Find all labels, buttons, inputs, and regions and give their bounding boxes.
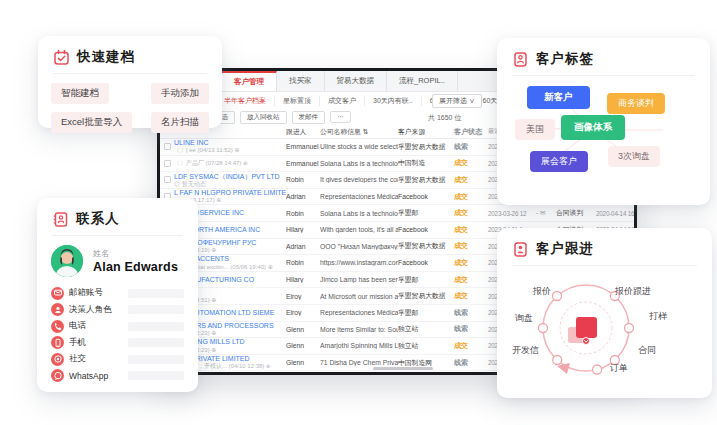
follow-up-step: 打样 bbox=[649, 310, 667, 323]
phone-icon bbox=[51, 320, 64, 333]
owner-cell: Glenn bbox=[286, 342, 320, 349]
mobile-icon bbox=[51, 336, 64, 349]
contact-field: WhatsApp bbox=[51, 368, 184, 385]
owner-cell: Robin bbox=[286, 176, 320, 183]
filter-item[interactable]: 成交客户 bbox=[319, 96, 364, 106]
horizontal-scrollbar[interactable] bbox=[373, 367, 433, 370]
source-cell: 孚盟贸易大数据 bbox=[398, 241, 454, 251]
status-badge: 成交 bbox=[454, 275, 488, 285]
name-label: 姓名 bbox=[93, 248, 178, 259]
status-badge: 线索 bbox=[454, 142, 488, 152]
contact-header: 联系人 bbox=[37, 198, 198, 235]
person-icon bbox=[51, 303, 64, 316]
contact-field-label: 决策人角色 bbox=[69, 304, 123, 316]
mail-cell: - ✉ bbox=[536, 209, 556, 217]
row-checkbox-cell bbox=[160, 143, 174, 150]
row-checkbox-cell bbox=[160, 176, 174, 183]
column-header[interactable]: 公司名称信息 ⇅ bbox=[320, 127, 398, 137]
quick-create-button[interactable]: Excel批量导入 bbox=[51, 112, 132, 133]
checkbox[interactable] bbox=[164, 160, 171, 167]
quick-create-button[interactable]: 手动添加 bbox=[151, 83, 209, 104]
company-link[interactable]: ULINE INC bbox=[174, 139, 286, 147]
contact-field: 电话 bbox=[51, 318, 184, 335]
contact-name: Alan Edwards bbox=[93, 260, 178, 274]
status-badge: 线索 bbox=[454, 324, 488, 334]
follow-up-step: 询盘 bbox=[515, 312, 533, 325]
social-icon bbox=[51, 353, 64, 366]
status-badge: 线索 bbox=[454, 308, 488, 318]
source-cell: Facebook bbox=[398, 259, 454, 266]
status-badge: 成交 bbox=[454, 241, 488, 251]
company-link[interactable]: LDF SYSMAC（INDIA）PVT LTD bbox=[174, 173, 286, 181]
expand-filter-button[interactable]: 展开筛选 ∨ bbox=[432, 94, 482, 108]
quick-create-buttons: 智能建档手动添加Excel批量导入名片扫描 bbox=[38, 74, 222, 133]
row-checkbox-cell bbox=[160, 160, 174, 167]
source-cell: 独立站 bbox=[398, 341, 454, 351]
follow-up-step: 合同 bbox=[638, 344, 656, 357]
quick-create-button-row: Excel批量导入名片扫描 bbox=[51, 112, 209, 133]
contact-field-input[interactable] bbox=[128, 322, 184, 331]
filter-item[interactable]: 30天内有联.. bbox=[364, 96, 421, 106]
customer-tags-card: 客户标签 新客户商务谈判美国画像体系展会客户3次询盘 bbox=[497, 38, 710, 205]
tab-active[interactable]: 客户管理 bbox=[222, 71, 277, 91]
contact-field: 邮箱账号 bbox=[51, 285, 184, 302]
status-badge: 成交 bbox=[454, 291, 488, 301]
tab-item[interactable]: 贸易大数据 bbox=[325, 71, 388, 91]
owner-cell: Elroy bbox=[286, 293, 320, 300]
contact-identity: 姓名 Alan Edwards bbox=[37, 236, 198, 282]
description-cell: Solana Labs is a technology co... bbox=[320, 160, 398, 167]
follow-up-step: 开发信 bbox=[512, 344, 539, 357]
owner-cell: Hilary bbox=[286, 276, 320, 283]
table-row[interactable]: RIES @SERVICE INCRobinSolana Labs is a t… bbox=[160, 205, 634, 222]
customer-tag[interactable]: 美国 bbox=[515, 119, 555, 140]
checkbox[interactable] bbox=[164, 176, 171, 183]
action-button[interactable]: 发邮件 bbox=[292, 111, 326, 124]
customer-tag[interactable]: 新客户 bbox=[527, 86, 590, 109]
quick-create-button[interactable]: 智能建档 bbox=[51, 83, 109, 104]
last-contact-cell: 2023-03-26 12 bbox=[488, 210, 536, 217]
action-button[interactable]: ⋯ bbox=[330, 111, 351, 123]
contact-field: 社交 bbox=[51, 351, 184, 368]
status-badge: 成交 bbox=[454, 341, 488, 351]
description-cell: Representaciones Médicas del ... bbox=[320, 193, 398, 200]
contact-field: 决策人角色 bbox=[51, 302, 184, 319]
customer-tag[interactable]: 3次询盘 bbox=[608, 146, 660, 167]
mail-icon bbox=[51, 287, 64, 300]
status-badge: 成交 bbox=[454, 158, 488, 168]
source-cell: 独立站 bbox=[398, 324, 454, 334]
company-subtext: 〔〕产品厂 (07/28 14:47) ⊕ bbox=[174, 160, 286, 167]
customer-tag[interactable]: 画像体系 bbox=[561, 115, 625, 140]
quick-create-button-row: 智能建档手动添加 bbox=[51, 83, 209, 104]
description-cell: https://www.instagram.com/simi... bbox=[320, 259, 398, 266]
filter-preset[interactable]: 半年客户档案 bbox=[224, 96, 274, 106]
status-badge: 成交 bbox=[454, 175, 488, 185]
follow-up-steps: 报价报价跟进询盘打样开发信合同订单 bbox=[497, 228, 712, 398]
column-header[interactable]: 客户来源 bbox=[398, 127, 454, 137]
contact-field-input[interactable] bbox=[128, 355, 184, 364]
column-header[interactable]: 跟进人 bbox=[286, 127, 320, 137]
company-cell: LDF SYSMAC（INDIA）PVT LTD◎ 暂无动态 bbox=[174, 173, 286, 188]
contact-book-icon bbox=[52, 211, 69, 228]
checkbox[interactable] bbox=[164, 143, 171, 150]
contact-field-input[interactable] bbox=[128, 371, 184, 380]
action-button[interactable]: 放入回收站 bbox=[240, 111, 287, 124]
quick-create-button[interactable]: 名片扫描 bbox=[151, 112, 209, 133]
contact-field-input[interactable] bbox=[128, 338, 184, 347]
filter-item[interactable]: 星标置顶 bbox=[274, 96, 319, 106]
tab-item[interactable]: 找买家 bbox=[277, 71, 325, 91]
company-link[interactable]: L FAF N HLGPRO PRIVATE LIMITED bbox=[174, 189, 286, 197]
contact-field-input[interactable] bbox=[128, 289, 184, 298]
owner-cell: Robin bbox=[286, 259, 320, 266]
contact-field-input[interactable] bbox=[128, 305, 184, 314]
created-cell: 2020-04-14 16:5 bbox=[596, 210, 634, 217]
tab-item[interactable]: 流程_ROPIL.. bbox=[387, 71, 458, 91]
customer-tag[interactable]: 商务谈判 bbox=[607, 93, 665, 114]
source-cell: 孚盟贸易大数据 bbox=[398, 291, 454, 301]
customer-tag[interactable]: 展会客户 bbox=[530, 151, 588, 172]
column-header[interactable]: 客户状态 bbox=[454, 127, 488, 137]
description-cell: More items Similar to: Souther... bbox=[320, 326, 398, 333]
whatsapp-icon bbox=[51, 369, 64, 382]
source-cell: 孚盟邮 bbox=[398, 208, 454, 218]
status-badge: 成交 bbox=[454, 208, 488, 218]
owner-cell: Robin bbox=[286, 210, 320, 217]
